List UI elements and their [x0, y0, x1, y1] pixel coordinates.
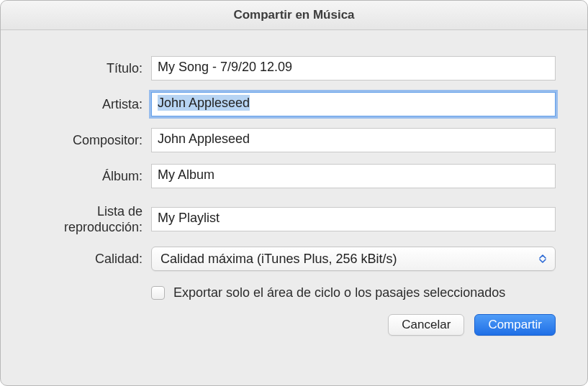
title-input[interactable]: My Song - 7/9/20 12.09: [151, 56, 556, 81]
label-album: Álbum:: [32, 168, 151, 184]
export-cycle-label: Exportar solo el área de ciclo o los pas…: [173, 284, 505, 301]
cancel-button[interactable]: Cancelar: [388, 314, 464, 336]
dialog-body: Título: My Song - 7/9/20 12.09 Artista: …: [1, 30, 587, 385]
label-artist: Artista:: [32, 96, 151, 112]
artist-input-selection: John Appleseed: [158, 95, 250, 111]
playlist-input[interactable]: My Playlist: [151, 207, 556, 231]
dialog-title: Compartir en Música: [1, 1, 587, 30]
quality-selected-value: Calidad máxima (iTunes Plus, 256 kBit/s): [160, 252, 397, 267]
artist-input[interactable]: John Appleseed: [151, 92, 556, 116]
label-composer: Compositor:: [32, 132, 151, 148]
quality-select[interactable]: Calidad máxima (iTunes Plus, 256 kBit/s): [151, 247, 556, 271]
label-quality: Calidad:: [32, 251, 151, 267]
chevron-up-down-icon: [535, 250, 551, 267]
composer-input[interactable]: John Appleseed: [151, 128, 556, 152]
share-button[interactable]: Compartir: [474, 314, 556, 336]
label-playlist: Lista de reproducción:: [32, 200, 151, 235]
label-title: Título:: [32, 60, 151, 76]
album-input[interactable]: My Album: [151, 164, 556, 188]
export-cycle-checkbox[interactable]: [151, 286, 165, 300]
dialog-buttons: Cancelar Compartir: [32, 314, 556, 336]
share-to-music-dialog: Compartir en Música Título: My Song - 7/…: [0, 0, 588, 386]
